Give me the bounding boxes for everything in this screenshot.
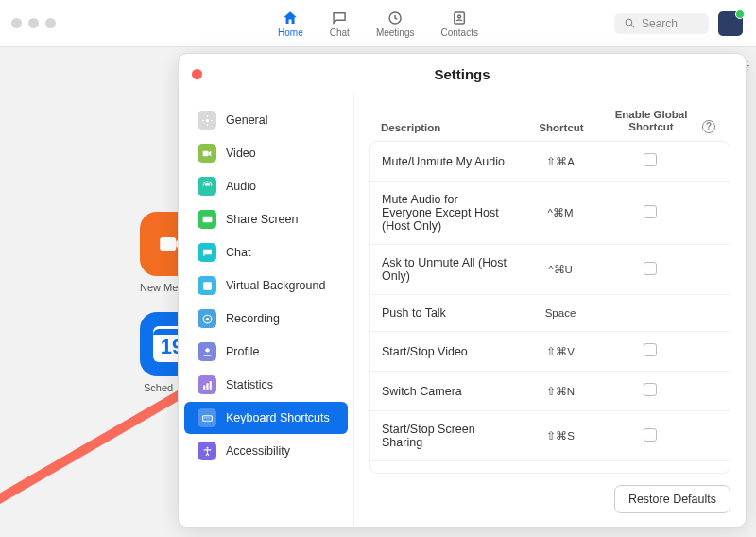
audio-icon — [198, 177, 216, 196]
shortcut-table-header: Description Shortcut Enable Global Short… — [369, 95, 730, 141]
col-shortcut: Shortcut — [519, 122, 604, 133]
shortcut-key[interactable]: ⇧⌘N — [518, 385, 603, 398]
sidebar-item-statistics[interactable]: Statistics — [184, 369, 348, 401]
svg-rect-14 — [203, 385, 205, 389]
clock-icon — [387, 9, 404, 26]
nav-contacts-label: Contacts — [440, 27, 477, 38]
shortcut-description: Switch Camera — [382, 385, 518, 398]
sidebar-item-profile[interactable]: Profile — [184, 336, 348, 368]
settings-content: Description Shortcut Enable Global Short… — [354, 95, 746, 527]
svg-rect-16 — [209, 381, 211, 390]
shortcut-key[interactable]: ^⌘U — [518, 263, 603, 276]
traffic-close[interactable] — [11, 18, 22, 28]
sidebar-item-label: General — [226, 113, 267, 127]
shortcut-row: Push to TalkSpace — [370, 295, 730, 332]
nav-meetings[interactable]: Meetings — [376, 9, 415, 38]
enable-global-cell — [603, 153, 697, 169]
sidebar-item-label: Statistics — [226, 378, 273, 391]
shortcut-key[interactable]: ⇧⌘S — [518, 429, 603, 442]
svg-rect-20 — [208, 417, 209, 418]
shortcut-description: Push to Talk — [382, 306, 518, 320]
shortcut-row: Mute Audio for Everyone Except Host (Hos… — [370, 182, 730, 245]
sidebar-item-label: Recording — [226, 312, 280, 325]
nav-home[interactable]: Home — [278, 9, 303, 38]
sidebar-item-label: Audio — [226, 180, 256, 193]
enable-global-cell — [603, 383, 697, 399]
modal-title: Settings — [434, 66, 490, 82]
svg-point-3 — [626, 19, 632, 26]
sidebar-item-general[interactable]: General — [184, 104, 348, 136]
share-screen-icon — [198, 210, 216, 229]
shortcut-key[interactable]: ⇧⌘A — [518, 155, 603, 168]
svg-rect-7 — [202, 150, 208, 155]
svg-point-6 — [205, 118, 208, 121]
sidebar-item-share-screen[interactable]: Share Screen — [184, 203, 348, 235]
sidebar-item-label: Keyboard Shortcuts — [226, 411, 330, 424]
nav-meetings-label: Meetings — [376, 27, 415, 38]
nav-chat[interactable]: Chat — [330, 9, 350, 38]
modal-close-button[interactable] — [192, 69, 202, 79]
home-icon — [282, 9, 299, 26]
contacts-icon — [451, 9, 468, 26]
shortcut-key[interactable]: Space — [518, 307, 603, 319]
sidebar-item-accessibility[interactable]: Accessibility — [184, 435, 348, 467]
sidebar-item-label: Accessibility — [226, 444, 290, 458]
nav-contacts[interactable]: Contacts — [440, 9, 477, 38]
avatar[interactable] — [718, 11, 743, 36]
shortcut-description: Mute Audio for Everyone Except Host (Hos… — [382, 193, 518, 233]
sidebar-item-label: Virtual Background — [226, 279, 325, 292]
sidebar-item-chat[interactable]: Chat — [184, 236, 348, 268]
svg-point-2 — [458, 15, 461, 18]
window-traffic-lights — [11, 18, 56, 28]
enable-global-cell — [603, 428, 697, 444]
enable-global-checkbox[interactable] — [644, 343, 657, 356]
sidebar-item-recording[interactable]: Recording — [184, 303, 348, 335]
nav-chat-label: Chat — [330, 27, 350, 38]
svg-rect-15 — [206, 383, 208, 390]
shortcut-row: Ask to Unmute All (Host Only)^⌘U — [370, 245, 730, 295]
sidebar-item-label: Profile — [226, 345, 259, 358]
help-icon[interactable]: ? — [702, 120, 715, 133]
sidebar-item-audio[interactable]: Audio — [184, 170, 348, 202]
search-input[interactable]: Search — [614, 13, 709, 34]
app-topbar: Home Chat Meetings Contacts Search — [0, 0, 756, 47]
general-icon — [198, 111, 216, 130]
shortcut-description: Start/Stop Video — [382, 345, 518, 358]
settings-sidebar: GeneralVideoAudioShare ScreenChatVirtual… — [179, 95, 354, 527]
recording-icon — [198, 309, 216, 328]
statistics-icon — [198, 375, 216, 394]
sidebar-item-video[interactable]: Video — [184, 137, 348, 169]
svg-rect-18 — [204, 417, 205, 418]
col-description: Description — [381, 122, 519, 133]
sidebar-item-keyboard-shortcuts[interactable]: Keyboard Shortcuts — [184, 402, 348, 434]
enable-global-checkbox[interactable] — [644, 428, 657, 442]
settings-modal: Settings GeneralVideoAudioShare ScreenCh… — [178, 53, 747, 528]
enable-global-cell — [603, 343, 697, 359]
shortcut-key[interactable]: ^⌘M — [518, 206, 603, 219]
svg-rect-5 — [160, 237, 176, 251]
schedule-label: Sched — [144, 382, 173, 393]
shortcut-key[interactable]: ⇧⌘V — [518, 345, 603, 358]
search-icon — [624, 17, 636, 29]
shortcut-description: Start/Stop Screen Sharing — [382, 423, 518, 449]
shortcut-row: Start/Stop Screen Sharing⇧⌘S — [370, 411, 730, 461]
chat-icon — [198, 243, 216, 262]
shortcut-row: Pause/Resume Screen Sharing⇧⌘T — [370, 461, 730, 474]
shortcut-description: Ask to Unmute All (Host Only) — [382, 256, 518, 283]
enable-global-cell — [603, 262, 697, 278]
main-nav: Home Chat Meetings Contacts — [278, 9, 478, 38]
enable-global-checkbox[interactable] — [644, 153, 657, 166]
enable-global-checkbox[interactable] — [644, 205, 657, 218]
enable-global-cell — [603, 205, 697, 221]
shortcut-row: Mute/Unmute My Audio⇧⌘A — [370, 142, 730, 182]
traffic-min[interactable] — [28, 18, 39, 28]
restore-defaults-button[interactable]: Restore Defaults — [614, 485, 730, 513]
svg-point-13 — [205, 348, 209, 352]
enable-global-checkbox[interactable] — [644, 383, 657, 396]
traffic-max[interactable] — [45, 18, 56, 28]
svg-point-21 — [206, 446, 208, 448]
accessibility-icon — [198, 442, 216, 460]
sidebar-item-virtual-background[interactable]: Virtual Background — [184, 269, 348, 302]
enable-global-checkbox[interactable] — [644, 262, 657, 275]
svg-point-12 — [205, 317, 208, 320]
